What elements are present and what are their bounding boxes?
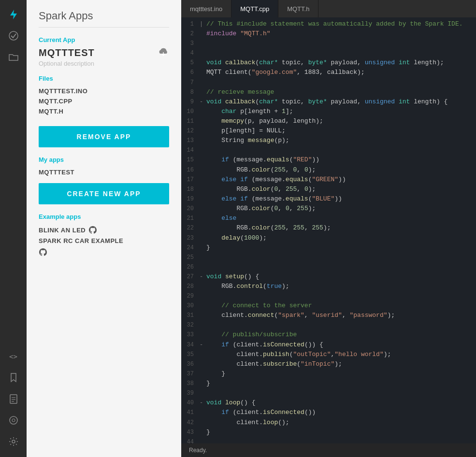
app-description: Optional description [39,60,169,67]
editor-area: mqtttest.ino MQTT.cpp MQTT.h 1|// This #… [181,0,476,457]
create-new-app-button[interactable]: CREATE NEW APP [39,183,169,204]
cloud-icon[interactable] [158,47,169,58]
file-mqtt-h[interactable]: MQTT.H [39,106,169,116]
svg-point-6 [10,416,17,424]
remove-app-button[interactable]: REMOVE APP [39,126,169,147]
sidebar: Spark Apps Current App MQTTTEST Optional… [27,0,181,457]
icon-bar-bottom: <> [4,347,23,457]
docs-icon[interactable] [4,389,23,409]
example-spark-rc-car[interactable]: SPARK RC CAR EXAMPLE [39,236,169,246]
check-icon[interactable] [4,26,23,45]
status-bar: Ready. [181,443,476,457]
example-apps-label: Example apps [39,213,169,220]
sidebar-title: Spark Apps [39,10,169,28]
icon-bar: <> [0,0,27,457]
files-label: Files [39,75,169,82]
file-mqtttest-ino[interactable]: MQTTTEST.INO [39,86,169,96]
tab-bar: mqtttest.ino MQTT.cpp MQTT.h [181,0,476,17]
flash-icon[interactable] [4,5,23,24]
my-apps-section: My apps MQTTTEST [39,156,169,177]
svg-point-8 [12,440,15,443]
tab-mqtt-h[interactable]: MQTT.h [278,0,318,17]
example-apps-section: Example apps BLINK AN LED SPARK RC CAR E… [39,213,169,258]
svg-point-7 [12,419,15,422]
code-editor[interactable]: 1|// This #include statement was automat… [181,17,476,443]
circle-icon[interactable] [4,411,23,430]
file-mqtt-cpp[interactable]: MQTT.CPP [39,96,169,106]
svg-rect-2 [10,395,17,403]
svg-point-1 [9,31,18,40]
github-icon-2 [39,248,47,257]
tab-mqtt-cpp[interactable]: MQTT.cpp [231,0,278,17]
current-app-label: Current App [39,36,169,43]
svg-marker-0 [10,10,17,19]
files-section: Files MQTTTEST.INO MQTT.CPP MQTT.H [39,75,169,116]
folder-icon[interactable] [4,47,23,67]
app-name: MQTTTEST [39,47,169,58]
my-apps-label: My apps [39,156,169,163]
gear-icon[interactable] [4,432,23,451]
tab-mqtttest-ino[interactable]: mqtttest.ino [181,0,231,17]
my-app-mqtttest[interactable]: MQTTTEST [39,167,169,177]
code-icon[interactable]: <> [4,347,23,366]
status-text: Ready. [189,447,207,454]
bookmark-icon[interactable] [4,368,23,387]
icon-bar-top [4,5,23,347]
example-blink-led[interactable]: BLINK AN LED [39,224,169,236]
github-icon-1 [88,226,97,234]
